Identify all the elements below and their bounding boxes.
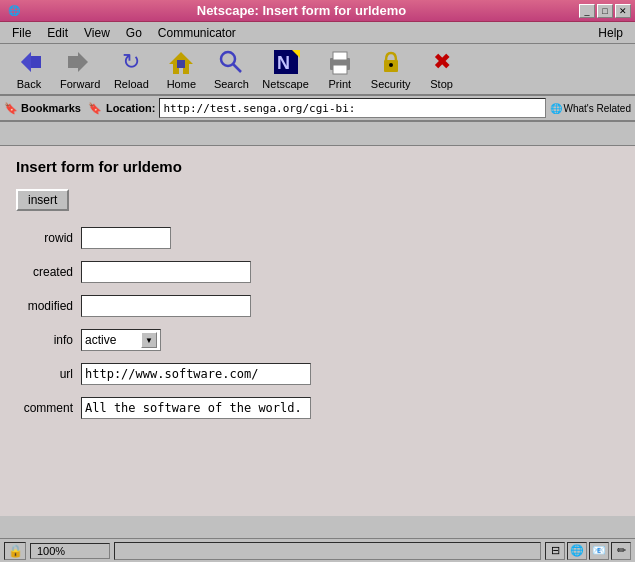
svg-line-8 [233, 64, 241, 72]
whats-related-label: What's Related [564, 103, 632, 114]
svg-marker-4 [78, 52, 88, 72]
location-label: Location: [106, 102, 156, 114]
window-icon: 🌐 [4, 5, 24, 16]
svg-marker-2 [21, 52, 31, 72]
minimize-button[interactable]: _ [579, 4, 595, 18]
input-modified[interactable] [81, 295, 251, 317]
search-button[interactable]: Search [206, 46, 256, 92]
window-title: Netscape: Insert form for urldemo [24, 3, 579, 18]
location-bookmark-icon: 🔖 [88, 102, 102, 115]
reload-button[interactable]: ↻ Reload [106, 46, 156, 92]
print-button[interactable]: Print [315, 46, 365, 92]
menu-file[interactable]: File [4, 24, 39, 42]
menu-communicator[interactable]: Communicator [150, 24, 244, 42]
label-modified: modified [16, 299, 81, 313]
status-icons-right: ⊟ 🌐 📧 ✏ [545, 542, 631, 560]
label-url: url [16, 367, 81, 381]
input-url[interactable] [81, 363, 311, 385]
location-input[interactable] [159, 98, 545, 118]
bookmarks-area: 🔖 Bookmarks 🔖 [4, 102, 102, 115]
label-comment: comment [16, 401, 81, 415]
menu-go[interactable]: Go [118, 24, 150, 42]
svg-text:N: N [277, 53, 290, 73]
svg-rect-13 [333, 52, 347, 60]
form-row-comment: comment [16, 397, 619, 419]
bookmark-icon: 🔖 [4, 102, 18, 115]
back-icon [13, 48, 45, 76]
security-button[interactable]: Security [365, 46, 417, 92]
whats-related[interactable]: 🌐 What's Related [550, 103, 632, 114]
input-rowid[interactable] [81, 227, 171, 249]
home-button[interactable]: Home [156, 46, 206, 92]
select-info-value: active [85, 333, 141, 347]
svg-point-7 [221, 52, 235, 66]
insert-button[interactable]: insert [16, 189, 69, 211]
security-icon [375, 48, 407, 76]
personal-toolbar [0, 122, 635, 146]
form-row-info: info active ▼ [16, 329, 619, 351]
form-row-url: url [16, 363, 619, 385]
status-security-icon: 🔒 [4, 542, 26, 560]
maximize-button[interactable]: □ [597, 4, 613, 18]
bookmarks-label: Bookmarks [21, 102, 81, 114]
location-bar: 🔖 Bookmarks 🔖 Location: 🌐 What's Related [0, 96, 635, 122]
forward-icon [64, 48, 96, 76]
close-button[interactable]: ✕ [615, 4, 631, 18]
menu-edit[interactable]: Edit [39, 24, 76, 42]
menu-help[interactable]: Help [590, 24, 631, 42]
menu-view[interactable]: View [76, 24, 118, 42]
status-icon-component[interactable]: ⊟ [545, 542, 565, 560]
select-info[interactable]: active ▼ [81, 329, 161, 351]
label-info: info [16, 333, 81, 347]
status-progress: 100% [30, 543, 110, 559]
netscape-button[interactable]: N Netscape [256, 46, 314, 92]
reload-icon: ↻ [115, 48, 147, 76]
status-text [114, 542, 541, 560]
home-icon [165, 48, 197, 76]
svg-rect-6 [177, 60, 185, 68]
window-controls: _ □ ✕ [579, 4, 631, 18]
status-icon-globe[interactable]: 🌐 [567, 542, 587, 560]
globe-icon: 🌐 [550, 103, 562, 114]
form-row-rowid: rowid [16, 227, 619, 249]
search-icon [215, 48, 247, 76]
svg-rect-3 [68, 56, 78, 68]
page-title: Insert form for urldemo [16, 158, 619, 175]
toolbar: Back Forward ↻ Reload Home Sea [0, 44, 635, 96]
select-arrow-icon[interactable]: ▼ [141, 332, 157, 348]
stop-icon: ✖ [426, 48, 458, 76]
status-bar: 🔒 100% ⊟ 🌐 📧 ✏ [0, 538, 635, 562]
print-icon [324, 48, 356, 76]
content-area: Insert form for urldemo insert rowid cre… [0, 146, 635, 516]
form-row-modified: modified [16, 295, 619, 317]
netscape-icon: N [270, 48, 302, 76]
label-rowid: rowid [16, 231, 81, 245]
back-button[interactable]: Back [4, 46, 54, 92]
menu-bar: File Edit View Go Communicator Help [0, 22, 635, 44]
svg-rect-1 [31, 56, 41, 68]
form-row-created: created [16, 261, 619, 283]
label-created: created [16, 265, 81, 279]
title-bar: 🌐 Netscape: Insert form for urldemo _ □ … [0, 0, 635, 22]
input-created[interactable] [81, 261, 251, 283]
svg-rect-14 [333, 65, 347, 74]
forward-button[interactable]: Forward [54, 46, 106, 92]
input-comment[interactable] [81, 397, 311, 419]
stop-button[interactable]: ✖ Stop [417, 46, 467, 92]
svg-point-16 [389, 63, 393, 67]
status-icon-edit[interactable]: ✏ [611, 542, 631, 560]
status-icon-mail[interactable]: 📧 [589, 542, 609, 560]
